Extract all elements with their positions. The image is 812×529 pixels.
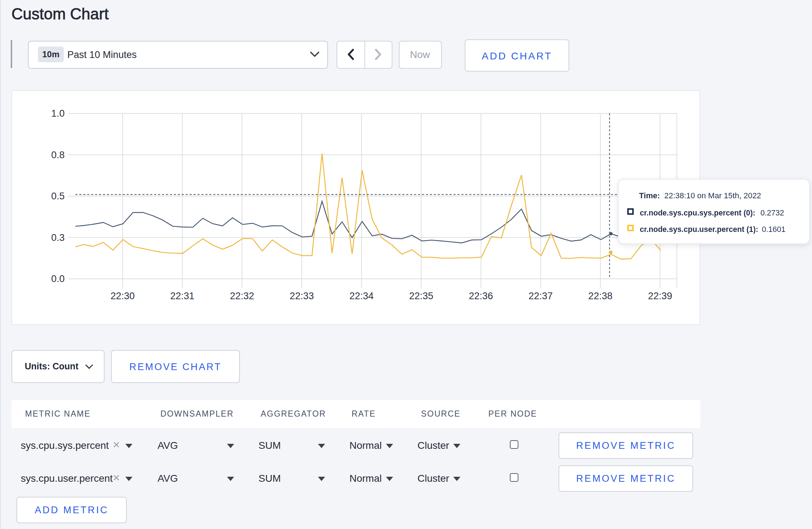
- svg-text:22:39: 22:39: [648, 291, 672, 301]
- svg-text:22:38: 22:38: [588, 291, 612, 301]
- svg-text:22:33: 22:33: [289, 291, 314, 301]
- svg-text:22:34: 22:34: [349, 291, 373, 301]
- svg-text:0.3: 0.3: [51, 232, 64, 243]
- svg-text:1.0: 1.0: [51, 108, 64, 119]
- svg-text:22:31: 22:31: [170, 291, 194, 301]
- svg-text:22:30: 22:30: [110, 291, 135, 301]
- svg-text:22:37: 22:37: [528, 291, 552, 301]
- svg-text:0.5: 0.5: [51, 191, 64, 202]
- svg-text:22:32: 22:32: [229, 291, 254, 301]
- svg-text:22:36: 22:36: [469, 291, 493, 301]
- svg-text:0.8: 0.8: [51, 150, 64, 160]
- svg-text:22:35: 22:35: [409, 291, 433, 301]
- svg-text:0.0: 0.0: [51, 273, 64, 284]
